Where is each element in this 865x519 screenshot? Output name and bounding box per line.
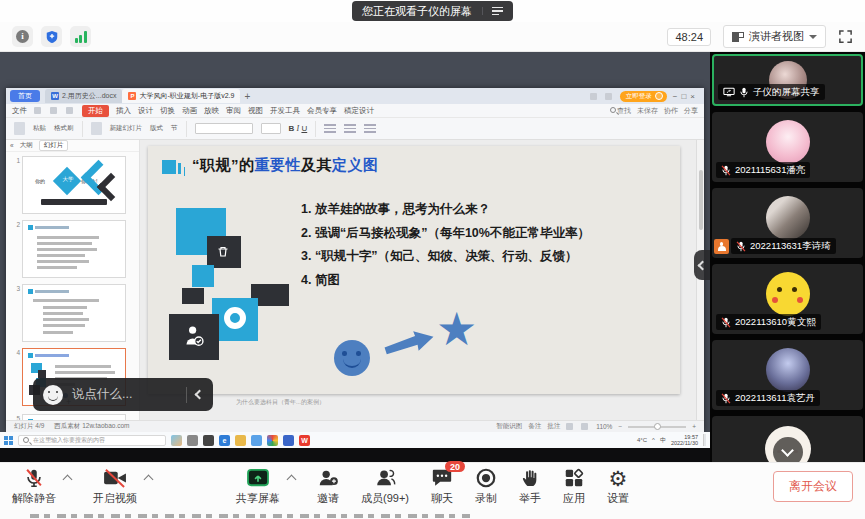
paste-label[interactable]: 粘贴 [33,124,46,133]
security-button[interactable] [41,26,62,47]
align-left-icon[interactable] [324,124,336,134]
window-controls[interactable]: −□× [673,92,699,101]
chevron-up-icon[interactable] [287,475,297,485]
zoom-slider[interactable] [628,426,686,428]
taskbar-search[interactable]: 在这里输入你要搜索的内容 [18,435,166,446]
raise-hand-button[interactable]: 举手 [519,467,541,506]
wps-file-menu[interactable]: 文件 [12,106,27,116]
sidebar-collapse-down-button[interactable] [773,437,803,462]
ribbon-tab-member[interactable]: 会员专享 [307,106,337,116]
zoom-in-icon[interactable]: + [692,423,696,430]
participant-tile[interactable]: 2022113631李诗琦 [712,188,863,258]
start-button[interactable] [4,436,13,445]
invite-button[interactable]: 邀请 [317,467,339,506]
notification-button[interactable] [703,434,706,446]
ribbon-tab-view[interactable]: 视图 [248,106,263,116]
notes-button[interactable]: 备注 [528,422,541,431]
bullet-list-icon[interactable] [364,124,376,134]
chat-button[interactable]: 20 聊天 [431,467,453,506]
participant-tile[interactable]: 2022113610黄文熙 [712,264,863,334]
ribbon-tab-transition[interactable]: 切换 [160,106,175,116]
slide-thumbnail-3[interactable] [22,284,126,342]
italic-button[interactable]: I [297,124,300,133]
participant-tile[interactable]: 2021115631潘亮 [712,112,863,182]
comments-button[interactable]: 批注 [547,422,560,431]
taskbar-clock[interactable]: 19:57 2022/11/30 [671,434,698,446]
new-tab-icon[interactable]: + [244,91,250,102]
tray-expand-icon[interactable]: ^ [652,437,655,443]
view-mode-button[interactable]: 演讲者视图 [723,25,826,48]
collab-button[interactable]: 协作 [664,106,678,116]
font-name-select[interactable] [195,123,253,134]
close-tab-icon[interactable]: × [239,92,240,101]
layout-button[interactable]: 版式 [150,124,163,133]
outline-tab[interactable]: 大纲 [20,141,33,150]
save-icon[interactable] [34,107,41,114]
wps-doc-tab-2[interactable]: P 大学风向-职业规划-电子版v2.9 × [122,89,240,103]
align-center-icon[interactable] [344,124,356,134]
chevron-up-icon[interactable] [144,475,154,485]
panel-collapse-icon[interactable]: « [10,142,14,149]
slideshow-view-icon[interactable] [581,423,588,430]
chevron-up-icon[interactable] [63,475,73,485]
ribbon-tab-insert[interactable]: 插入 [116,106,131,116]
ribbon-tab-design[interactable]: 设计 [138,106,153,116]
section-button[interactable]: 节 [171,124,178,133]
record-button[interactable]: 录制 [475,467,497,506]
unmute-button[interactable]: 解除静音 [12,467,56,506]
underline-button[interactable]: U [301,124,307,133]
new-slide-button[interactable]: 新建幻灯片 [110,124,143,133]
share-button[interactable]: 分享 [684,106,698,116]
zoom-out-icon[interactable]: − [618,423,622,430]
taskbar-app-icon[interactable] [283,435,294,446]
collapse-left-icon[interactable] [195,390,205,400]
ime-indicator[interactable]: 中 [660,436,666,445]
wps-home-tab[interactable]: 首页 [10,90,40,102]
mail-icon[interactable] [251,435,262,446]
sidebar-collapse-handle[interactable] [694,250,710,280]
find-button[interactable]: 查找 [610,106,631,116]
ribbon-tab-slideshow[interactable]: 放映 [204,106,219,116]
taskbar-app-icon[interactable] [187,435,198,446]
start-video-button[interactable]: 开启视频 [93,467,137,506]
redo-icon[interactable] [66,107,73,114]
wps-login-button[interactable]: 立即登录 [620,91,667,102]
edge-icon[interactable]: e [219,435,230,446]
ribbon-tab-review[interactable]: 审阅 [226,106,241,116]
ribbon-tab-home[interactable]: 开始 [82,105,109,117]
apps-button[interactable]: 应用 [563,467,585,506]
wps-mini-icon[interactable] [590,93,597,100]
emoji-icon[interactable] [43,385,63,405]
smart-tool-button[interactable]: 智能识图 [496,422,522,431]
network-signal-button[interactable] [70,26,91,47]
wps-mini-icon[interactable] [605,93,612,100]
normal-view-icon[interactable] [566,423,573,430]
ribbon-tab-animation[interactable]: 动画 [182,106,197,116]
slide-thumbnail-2[interactable] [22,220,126,278]
paste-icon[interactable] [14,122,25,135]
ribbon-tab-gaoding[interactable]: 稿定设计 [344,106,374,116]
participant-tile[interactable]: 2022113611袁艺丹 [712,340,863,410]
slides-tab[interactable]: 幻灯片 [39,140,69,151]
canvas-scrollbar[interactable] [696,140,704,420]
weather-widget[interactable] [171,435,182,446]
font-size-select[interactable] [261,123,281,134]
settings-button[interactable]: ⚙ 设置 [607,467,629,506]
wps-doc-tab-1[interactable]: W 2.用历史公...docx [45,89,122,103]
share-screen-button[interactable]: 共享屏幕 [236,467,280,506]
folder-icon[interactable] [235,435,246,446]
fullscreen-button[interactable] [838,29,853,44]
new-slide-icon[interactable] [91,122,102,135]
taskbar-app-icon[interactable] [203,435,214,446]
bold-button[interactable]: B [289,124,295,133]
leave-meeting-button[interactable]: 离开会议 [773,471,853,502]
slide-thumbnail-1[interactable]: 你的 大学 你做主! [22,156,126,214]
undo-icon[interactable] [50,107,57,114]
quick-chat-overlay[interactable]: 说点什么... [33,378,213,411]
chat-input-placeholder[interactable]: 说点什么... [72,386,177,403]
meeting-info-button[interactable]: i [12,26,33,47]
banner-menu-icon[interactable] [482,7,503,16]
wps-taskbar-icon[interactable]: W [299,435,310,446]
format-painter-button[interactable]: 格式刷 [54,124,74,133]
chrome-icon[interactable] [267,435,278,446]
